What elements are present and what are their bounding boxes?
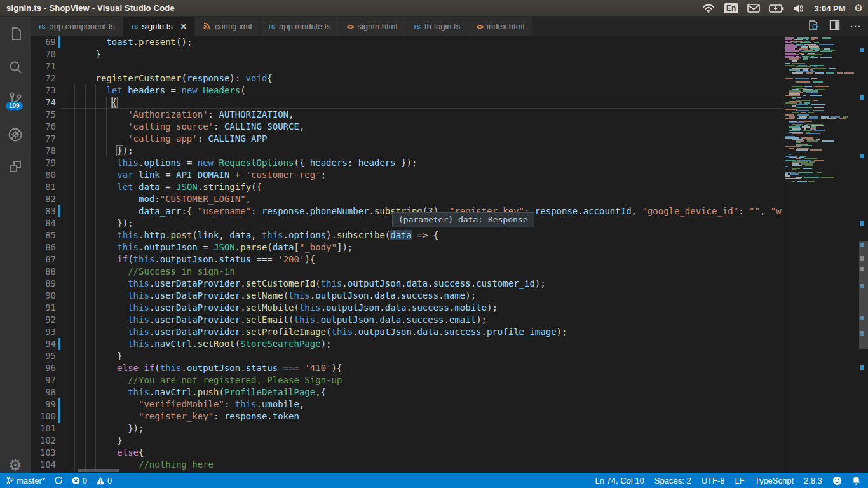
git-branch-indicator[interactable]: master* (6, 476, 45, 485)
tab-fb-login-ts[interactable]: TSfb-login.ts (405, 17, 468, 36)
line-number[interactable]: 85 (31, 229, 56, 241)
line-number[interactable]: 91 (31, 302, 56, 314)
line-number[interactable]: 98 (31, 386, 56, 398)
code-line-98[interactable]: 98 this.navCtrl.push(ProfileDetailPage,{ (31, 386, 868, 398)
source-control-icon[interactable]: 109 (0, 86, 31, 112)
line-number[interactable]: 103 (31, 447, 56, 459)
line-number[interactable]: 104 (31, 459, 56, 471)
code-line-92[interactable]: 92 this.userDataProvider.setEmail(this.o… (31, 314, 868, 326)
code-line-89[interactable]: 89 this.userDataProvider.setCustomerId(t… (31, 278, 868, 290)
line-number[interactable]: 96 (31, 362, 56, 374)
code-line-103[interactable]: 103 else{ (31, 447, 868, 459)
line-number[interactable]: 87 (31, 254, 56, 266)
volume-icon[interactable] (793, 4, 805, 13)
tab-app-component-ts[interactable]: TSapp.component.ts (31, 17, 123, 36)
mail-icon[interactable] (747, 4, 760, 13)
code-line-100[interactable]: 100 "register_key": response.token (31, 410, 868, 423)
code-line-69[interactable]: 69 toast.present(); (31, 36, 868, 48)
line-number[interactable]: 84 (31, 217, 56, 229)
open-preview-icon[interactable] (808, 20, 819, 34)
session-gear-icon[interactable]: ⚙ (855, 3, 863, 14)
line-number[interactable]: 80 (31, 169, 56, 181)
line-number[interactable]: 99 (31, 398, 56, 410)
line-number[interactable]: 97 (31, 374, 56, 386)
warnings-indicator[interactable]: 0 (96, 476, 112, 485)
clock[interactable]: 3:04 PM (814, 4, 845, 13)
code-line-90[interactable]: 90 this.userDataProvider.setName(this.ou… (31, 290, 868, 302)
code-line-78[interactable]: 78 }); (31, 145, 868, 157)
code-line-82[interactable]: 82 mod:"CUSTOMER_LOGIN", (31, 193, 868, 205)
line-number[interactable]: 78 (31, 145, 56, 157)
line-number[interactable]: 77 (31, 133, 56, 145)
code-line-95[interactable]: 95 } (31, 350, 868, 362)
line-number[interactable]: 94 (31, 338, 56, 350)
line-number[interactable]: 79 (31, 157, 56, 169)
line-number[interactable]: 90 (31, 290, 56, 302)
line-number[interactable]: 81 (31, 181, 56, 193)
line-number[interactable]: 83 (31, 205, 56, 217)
debug-icon[interactable] (0, 122, 31, 147)
code-line-86[interactable]: 86 this.outputJson = JSON.parse(data["_b… (31, 241, 868, 254)
code-line-96[interactable]: 96 else if(this.outputJson.status === '4… (31, 362, 868, 374)
typescript-version[interactable]: 2.8.3 (804, 476, 822, 485)
line-number[interactable]: 100 (31, 410, 56, 423)
code-line-88[interactable]: 88 //Success in sign-in (31, 266, 868, 278)
code-line-104[interactable]: 104 //nothing here (31, 459, 868, 471)
code-line-71[interactable]: 71 (31, 60, 868, 72)
line-number[interactable]: 69 (31, 36, 56, 48)
code-line-87[interactable]: 87 if(this.outputJson.status === '200'){ (31, 254, 868, 266)
sync-icon[interactable] (54, 476, 63, 485)
line-number[interactable]: 76 (31, 121, 56, 133)
notifications-bell-icon[interactable] (852, 476, 860, 485)
code-line-99[interactable]: 99 "verifiedMobile": this.umobile, (31, 398, 868, 410)
close-tab-icon[interactable]: ✕ (180, 22, 187, 31)
code-editor[interactable]: 69 toast.present();70 }7172 registerCust… (31, 36, 868, 473)
line-number[interactable]: 92 (31, 314, 56, 326)
minimap[interactable] (783, 36, 859, 473)
extensions-icon[interactable] (0, 154, 31, 179)
tab-app-module-ts[interactable]: TSapp.module.ts (260, 17, 339, 36)
line-number[interactable]: 82 (31, 193, 56, 205)
code-line-91[interactable]: 91 this.userDataProvider.setMobile(this.… (31, 302, 868, 314)
wifi-icon[interactable] (702, 3, 715, 13)
code-line-94[interactable]: 94 this.navCtrl.setRoot(StoreSearchPage)… (31, 338, 868, 350)
tab-signin-html[interactable]: <>signIn.html (339, 17, 406, 36)
line-number[interactable]: 74 (31, 97, 56, 109)
indentation-setting[interactable]: Spaces: 2 (654, 476, 691, 485)
code-line-76[interactable]: 76 'calling_source': CALLING_SOURCE, (31, 121, 868, 133)
line-number[interactable]: 86 (31, 241, 56, 254)
tab-index-html[interactable]: <>index.html (468, 17, 532, 36)
cursor-position[interactable]: Ln 74, Col 10 (595, 476, 644, 485)
line-number[interactable]: 73 (31, 85, 56, 97)
line-number[interactable]: 72 (31, 72, 56, 85)
code-line-80[interactable]: 80 var link = API_DOMAIN + 'customer-reg… (31, 169, 868, 181)
search-icon[interactable] (0, 55, 31, 80)
line-number[interactable]: 75 (31, 109, 56, 121)
horizontal-scrollbar-thumb[interactable] (78, 469, 119, 472)
code-line-74[interactable]: 74 { (31, 97, 868, 109)
code-line-93[interactable]: 93 this.userDataProvider.setProfileImage… (31, 326, 868, 338)
code-line-81[interactable]: 81 let data = JSON.stringify({ (31, 181, 868, 193)
code-line-85[interactable]: 85 this.http.post(link, data, this.optio… (31, 229, 868, 241)
code-line-70[interactable]: 70 } (31, 48, 868, 60)
code-line-73[interactable]: 73 let headers = new Headers( (31, 85, 868, 97)
code-line-102[interactable]: 102 } (31, 435, 868, 447)
battery-icon[interactable] (769, 4, 784, 13)
line-number[interactable]: 89 (31, 278, 56, 290)
code-line-75[interactable]: 75 'Authorization': AUTHORIZATION, (31, 109, 868, 121)
errors-indicator[interactable]: 0 (72, 476, 87, 485)
tab-signin-ts[interactable]: TSsignIn.ts✕ (123, 17, 195, 36)
code-line-79[interactable]: 79 this.options = new RequestOptions({ h… (31, 157, 868, 169)
line-number[interactable]: 88 (31, 266, 56, 278)
line-number[interactable]: 93 (31, 326, 56, 338)
line-number[interactable]: 101 (31, 423, 56, 435)
keyboard-layout-indicator[interactable]: En (724, 3, 738, 13)
split-editor-icon[interactable] (829, 20, 840, 33)
code-line-97[interactable]: 97 //You are not registered, Please Sign… (31, 374, 868, 386)
line-number[interactable]: 95 (31, 350, 56, 362)
vertical-scrollbar-thumb[interactable] (859, 241, 868, 349)
code-line-77[interactable]: 77 'calling_app': CALLING_APP (31, 133, 868, 145)
tab-config-xml[interactable]: config.xml (195, 17, 261, 36)
explorer-icon[interactable] (0, 22, 31, 47)
language-mode[interactable]: TypeScript (755, 476, 794, 485)
